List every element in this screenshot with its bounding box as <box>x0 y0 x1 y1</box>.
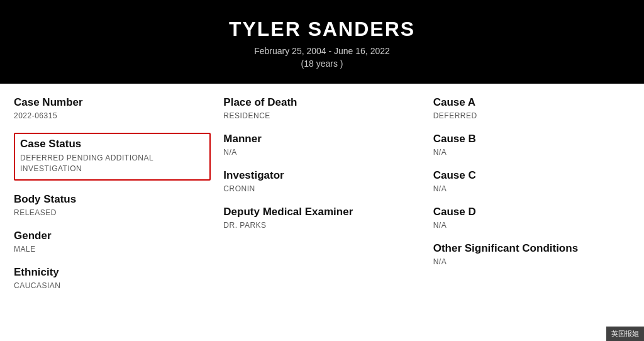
place-of-death-label: Place of Death <box>223 96 420 109</box>
body-status-field: Body Status RELEASED <box>14 193 211 217</box>
gender-label: Gender <box>14 230 211 242</box>
place-of-death-value: RESIDENCE <box>223 111 420 120</box>
case-number-value: 2022-06315 <box>14 111 211 120</box>
place-of-death-field: Place of Death RESIDENCE <box>223 96 420 120</box>
ethnicity-label: Ethnicity <box>14 266 211 279</box>
column-left: Case Number 2022-06315 Case Status DEFER… <box>8 96 217 303</box>
other-significant-conditions-value: N/A <box>433 257 630 266</box>
deputy-medical-examiner-field: Deputy Medical Examiner DR. PARKS <box>223 206 420 230</box>
investigator-value: CRONIN <box>223 184 420 193</box>
other-significant-conditions-field: Other Significant Conditions N/A <box>433 242 630 266</box>
manner-value: N/A <box>223 148 420 157</box>
case-status-value: DEFERRED Pending Additional Investigatio… <box>20 153 204 174</box>
manner-label: Manner <box>223 133 420 145</box>
age-display: (18 years ) <box>13 59 631 69</box>
investigator-label: Investigator <box>223 169 420 182</box>
birth-death-dates: February 25, 2004 - June 16, 2022 <box>13 46 631 56</box>
cause-a-value: DEFERRED <box>433 111 630 120</box>
watermark-text: 英国报姐 <box>611 330 639 337</box>
person-name: TYLER SANDERS <box>13 18 631 41</box>
case-number-label: Case Number <box>14 96 211 109</box>
ethnicity-field: Ethnicity CAUCASIAN <box>14 266 211 290</box>
cause-d-value: N/A <box>433 221 630 230</box>
cause-c-label: Cause C <box>433 169 630 182</box>
ethnicity-value: CAUCASIAN <box>14 281 211 290</box>
gender-field: Gender MALE <box>14 230 211 254</box>
cause-c-field: Cause C N/A <box>433 169 630 193</box>
body-status-label: Body Status <box>14 193 211 206</box>
header: TYLER SANDERS February 25, 2004 - June 1… <box>0 0 644 84</box>
case-number-field: Case Number 2022-06315 <box>14 96 211 120</box>
body-status-value: RELEASED <box>14 208 211 217</box>
deputy-medical-examiner-value: DR. PARKS <box>223 221 420 230</box>
column-right: Cause A DEFERRED Cause B N/A Cause C N/A… <box>427 96 636 303</box>
watermark: 英国报姐 <box>606 327 644 341</box>
cause-d-field: Cause D N/A <box>433 206 630 230</box>
investigator-field: Investigator CRONIN <box>223 169 420 193</box>
other-significant-conditions-label: Other Significant Conditions <box>433 242 630 255</box>
cause-d-label: Cause D <box>433 206 630 218</box>
deputy-medical-examiner-label: Deputy Medical Examiner <box>223 206 420 218</box>
cause-b-value: N/A <box>433 148 630 157</box>
main-content: Case Number 2022-06315 Case Status DEFER… <box>0 84 644 309</box>
cause-b-label: Cause B <box>433 133 630 145</box>
manner-field: Manner N/A <box>223 133 420 157</box>
case-status-box: Case Status DEFERRED Pending Additional … <box>14 133 211 181</box>
cause-a-label: Cause A <box>433 96 630 109</box>
cause-a-field: Cause A DEFERRED <box>433 96 630 120</box>
gender-value: MALE <box>14 245 211 254</box>
cause-b-field: Cause B N/A <box>433 133 630 157</box>
cause-c-value: N/A <box>433 184 630 193</box>
column-middle: Place of Death RESIDENCE Manner N/A Inve… <box>217 96 426 303</box>
case-status-label: Case Status <box>20 138 204 150</box>
